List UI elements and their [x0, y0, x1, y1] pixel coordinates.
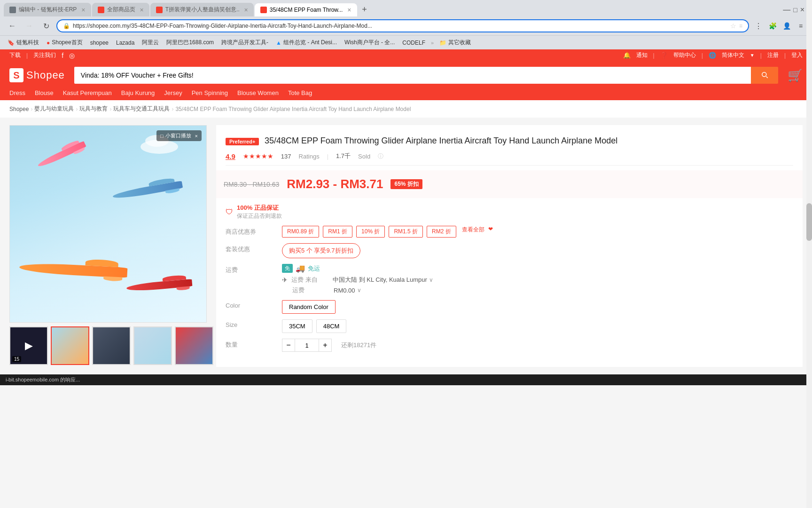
tab-erp[interactable]: 编辑中 - 链氪科技-ERP × [4, 3, 91, 16]
free-shipping-text: 免运 [308, 264, 320, 273]
size-option-48cm[interactable]: 48CM [316, 319, 347, 333]
voucher-chip-5[interactable]: RM2 折 [427, 226, 456, 238]
logo-s-mark: S [9, 68, 23, 82]
color-row: Color Random Color [226, 300, 793, 314]
voucher-chip-3[interactable]: 10% 折 [356, 226, 385, 238]
register-link[interactable]: 注册 [767, 51, 779, 59]
thumbnail-2[interactable] [92, 326, 131, 365]
cat-dress[interactable]: Dress [9, 89, 25, 96]
nav-back-btn[interactable]: ← [6, 19, 19, 32]
thumbnail-3[interactable] [133, 326, 172, 365]
bookmark-wish[interactable]: Wish商户平台 - 全... [343, 38, 397, 48]
sold-info-icon[interactable]: ⓘ [378, 152, 383, 160]
fee-dropdown-icon[interactable]: ∨ [357, 287, 361, 294]
help-link[interactable]: 帮助中心 [673, 51, 696, 59]
quantity-label: 数量 [226, 339, 282, 349]
cat-jersey[interactable]: Jersey [164, 89, 182, 96]
facebook-icon[interactable]: f [62, 52, 63, 59]
bookmark-1688[interactable]: 阿里巴巴1688.com [164, 38, 216, 48]
cat-tote-bag[interactable]: Tote Bag [288, 89, 312, 96]
bookmark-codelf[interactable]: CODELF [400, 39, 427, 47]
toolbar-profile-icon[interactable]: 👤 [781, 20, 792, 32]
bookmark-erp[interactable]: 🔖 链氪科技 [6, 38, 41, 48]
cat-kasut[interactable]: Kasut Perempuan [63, 89, 112, 96]
language-link[interactable]: 简体中文 [722, 51, 744, 59]
top-download-link[interactable]: 下载 [9, 51, 21, 59]
voucher-chip-1[interactable]: RM0.89 折 [282, 226, 319, 238]
voucher-chip-4[interactable]: RM1.5 折 [389, 226, 423, 238]
window-minimize-btn[interactable]: — [783, 6, 790, 14]
search-button[interactable] [751, 67, 778, 84]
see-all-vouchers-link[interactable]: 查看全部 [462, 226, 484, 238]
window-restore-btn[interactable]: □ [793, 6, 797, 14]
bookmark-shopee-home[interactable]: ● Shopee首页 [45, 38, 85, 48]
bookmark-cross-border[interactable]: 跨境产品开发工具- [219, 38, 270, 48]
tab-close-all[interactable]: × [140, 6, 144, 14]
bundle-row: 套装优惠 购买5 个 享受9.7折折扣 [226, 243, 793, 258]
tab-label-erp: 编辑中 - 链氪科技-ERP [19, 6, 77, 14]
reader-mode-icon[interactable]: ≡ [739, 23, 742, 29]
cat-blouse[interactable]: Blouse [35, 89, 54, 96]
language-icon: 🌐 [709, 52, 716, 59]
top-follow-link[interactable]: 关注我们 [33, 51, 56, 59]
rating-stars: ★★★★★ [243, 152, 273, 160]
nav-forward-btn[interactable]: → [23, 19, 36, 32]
guarantee-row: 🛡 100% 正品保证 保证正品否则退款 [226, 204, 793, 220]
bookmark-aliyun[interactable]: 阿里云 [140, 38, 161, 48]
see-all-dropdown-icon[interactable]: ❤ [488, 226, 493, 238]
breadcrumb-vehicles[interactable]: 玩具车与交通工具玩具 [113, 105, 170, 113]
bookmark-shopee2[interactable]: shopee [88, 39, 110, 47]
bookmarks-more[interactable]: » [431, 40, 434, 46]
color-option-random[interactable]: Random Color [282, 300, 336, 314]
breadcrumb-toys[interactable]: 玩具与教育 [79, 105, 108, 113]
bookmark-ant-design[interactable]: ▲ 组件总览 - Ant Desi... [274, 38, 339, 48]
bundle-deal-button[interactable]: 购买5 个 享受9.7折折扣 [282, 243, 360, 258]
notification-link[interactable]: 通知 [636, 51, 648, 59]
scrollbar-thumb[interactable] [806, 203, 812, 241]
address-bar[interactable]: 🔒 https://shopee.com.my/35-48CM-EPP-Foam… [56, 19, 749, 32]
search-input[interactable] [74, 67, 751, 84]
instagram-icon[interactable]: ◎ [69, 52, 75, 59]
tab-close-t[interactable]: × [244, 6, 248, 14]
tab-close-current[interactable]: × [347, 6, 351, 14]
cat-pen-spinning[interactable]: Pen Spinning [192, 89, 228, 96]
login-link[interactable]: 登入 [791, 51, 803, 59]
breadcrumb-shopee[interactable]: Shopee [9, 106, 29, 112]
bookmark-lazada[interactable]: Lazada [114, 39, 136, 47]
tab-label-t: T拼装弹簧小人整蛊搞笑创意... [165, 6, 240, 14]
extensions-btn[interactable]: ⋮ [753, 20, 764, 32]
product-title: 35/48CM EPP Foam Throwing Glider Airplan… [265, 136, 617, 145]
window-close-btn[interactable]: × [800, 6, 804, 14]
tab-current-product[interactable]: 35/48CM EPP Foam Throw... × [255, 3, 357, 16]
quantity-increase-button[interactable]: + [319, 339, 332, 352]
tab-close-erp[interactable]: × [81, 6, 85, 14]
scrollbar-track[interactable] [806, 0, 812, 385]
tab-t-product[interactable]: T拼装弹簧小人整蛊搞笑创意... × [150, 3, 254, 16]
new-tab-button[interactable]: + [358, 3, 371, 16]
voucher-value: RM0.89 折 RM1 折 10% 折 RM1.5 折 RM2 折 查看全部 … [282, 226, 793, 238]
floating-pip-button[interactable]: □ 小窗口播放 × [156, 130, 202, 141]
close-pip-icon[interactable]: × [195, 133, 198, 139]
thumbnail-4[interactable] [175, 326, 213, 365]
quantity-decrease-button[interactable]: − [282, 339, 295, 352]
thumbnail-1[interactable] [51, 326, 89, 365]
tab-shopee-all[interactable]: 全部商品页 × [92, 3, 149, 16]
size-option-35cm[interactable]: 35CM [282, 319, 312, 333]
language-dropdown-icon[interactable]: ▼ [750, 53, 755, 58]
cat-baju[interactable]: Baju Kurung [121, 89, 155, 96]
rating-score[interactable]: 4.9 [226, 152, 235, 160]
bookmark-other[interactable]: 📁 其它收藏 [437, 38, 473, 48]
voucher-chip-2[interactable]: RM1 折 [323, 226, 352, 238]
quantity-input[interactable] [295, 339, 319, 352]
cart-icon[interactable]: 🛒 [788, 68, 803, 82]
bookmark-star-icon[interactable]: ☆ [730, 22, 736, 30]
thumbnail-video[interactable]: ▶ 15 [9, 326, 48, 365]
breadcrumb-baby[interactable]: 婴儿与幼童玩具 [34, 105, 74, 113]
nav-reload-btn[interactable]: ↻ [39, 19, 53, 32]
folder-icon: 📁 [439, 40, 446, 46]
toolbar-puzzle-icon[interactable]: 🧩 [767, 20, 778, 32]
cat-blouse-women[interactable]: Blouse Women [237, 89, 279, 96]
location-dropdown-icon[interactable]: ∨ [429, 277, 433, 283]
toolbar-menu-icon[interactable]: ≡ [795, 20, 806, 32]
shopee-logo[interactable]: S Shopee [9, 68, 65, 82]
